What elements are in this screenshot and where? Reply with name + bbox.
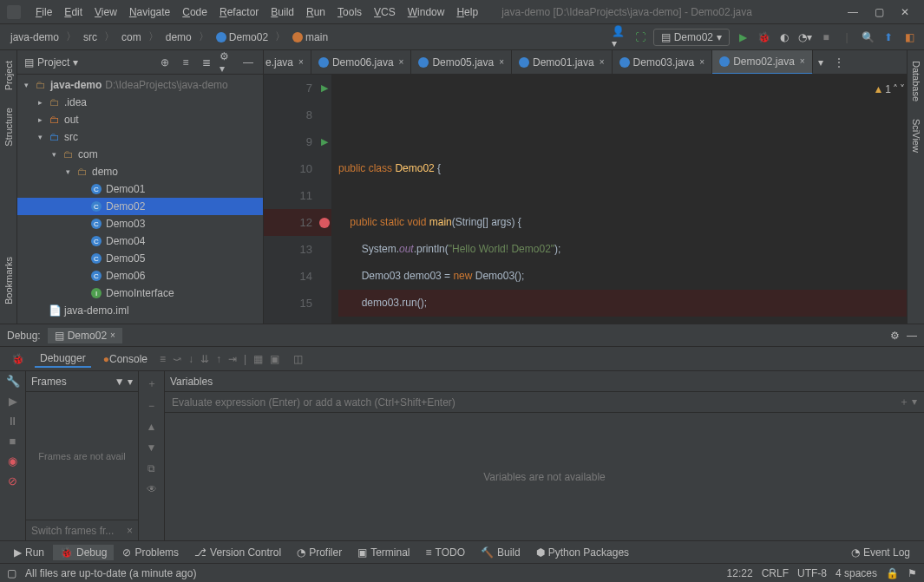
tree-row[interactable]: IDemoInterface: [17, 284, 263, 302]
status-encoding[interactable]: UTF-8: [797, 567, 827, 579]
editor-tab[interactable]: Demo06.java×: [311, 50, 412, 75]
gutter-line[interactable]: 11: [264, 182, 331, 209]
menu-navigate[interactable]: Navigate: [123, 6, 176, 18]
gutter-line[interactable]: 7▶: [264, 75, 331, 101]
tree-row[interactable]: ▸🗀.idea: [17, 94, 263, 111]
tree-row[interactable]: CDemo02: [17, 198, 263, 215]
add-watch-icon[interactable]: ＋: [147, 376, 157, 391]
run-gutter-icon[interactable]: ▶: [321, 82, 328, 94]
chevron-down-icon[interactable]: ▾: [73, 56, 78, 69]
update-icon[interactable]: ⬆: [881, 29, 896, 45]
status-eol[interactable]: CRLF: [762, 567, 789, 579]
hide-panel-icon[interactable]: —: [240, 55, 256, 70]
breadcrumb-class[interactable]: Demo02: [213, 29, 272, 45]
trace-icon[interactable]: ▣: [270, 353, 279, 365]
bottom-tab-terminal[interactable]: ▣Terminal: [351, 545, 416, 560]
project-tree[interactable]: ▾🗀java-demoD:\IdeaProjects\java-demo▸🗀.i…: [17, 75, 263, 324]
status-notify-bell-icon[interactable]: ⚑: [908, 567, 917, 579]
tabs-more-icon[interactable]: ⋮: [829, 56, 849, 69]
menu-file[interactable]: File: [29, 6, 58, 18]
down-icon[interactable]: ▼: [147, 441, 157, 454]
code-line[interactable]: public class Demo02 {: [338, 155, 907, 182]
bottom-tab-version-control[interactable]: ⎇Version Control: [187, 545, 288, 560]
editor-tab[interactable]: Demo05.java×: [411, 50, 512, 75]
view-breakpoints-icon[interactable]: ◉: [8, 454, 17, 468]
bottom-tab-build[interactable]: 🔨Build: [474, 545, 528, 560]
code-line[interactable]: Demo03 demo03 = new Demo03();: [338, 263, 907, 290]
step-into-icon[interactable]: ↓: [188, 353, 193, 365]
evaluate-icon[interactable]: ▦: [253, 353, 263, 365]
bottom-tab-problems[interactable]: ⊘Problems: [115, 545, 186, 560]
menu-vcs[interactable]: VCS: [368, 6, 402, 18]
editor-tab[interactable]: e.java×: [264, 50, 311, 75]
maximize-button[interactable]: ▢: [867, 3, 891, 21]
tool-tab-database[interactable]: Database: [909, 57, 923, 105]
gutter-line[interactable]: 10: [264, 155, 331, 182]
code-line[interactable]: System.out.println("Hello World! Demo02"…: [338, 236, 907, 263]
frames-hint[interactable]: Switch frames fr... ×: [26, 520, 138, 540]
rerun-icon[interactable]: 🐞: [7, 353, 28, 365]
editor-tab[interactable]: Demo01.java×: [512, 50, 613, 75]
debug-session-tab[interactable]: ▤ Demo02 ×: [48, 328, 122, 343]
close-tab-icon[interactable]: ×: [399, 57, 404, 67]
gutter-line[interactable]: 14: [264, 263, 331, 290]
collapse-all-icon[interactable]: ≣: [199, 55, 214, 70]
tree-row[interactable]: ▾🗀com: [17, 146, 263, 163]
code-line[interactable]: [338, 182, 907, 209]
bottom-tab-profiler[interactable]: ◔Profiler: [290, 545, 349, 560]
tree-row[interactable]: CDemo05: [17, 250, 263, 267]
breadcrumb-method[interactable]: main: [289, 29, 331, 45]
evaluate-input[interactable]: Evaluate expression (Enter) or add a wat…: [165, 392, 924, 413]
copy-icon[interactable]: ⧉: [147, 462, 155, 474]
menu-run[interactable]: Run: [300, 6, 331, 18]
breakpoint-icon[interactable]: [319, 218, 330, 228]
gutter-line[interactable]: 8: [264, 101, 331, 128]
bottom-tab-python-packages[interactable]: ⬢Python Packages: [529, 545, 636, 560]
show-watches-icon[interactable]: 👁: [147, 483, 157, 495]
up-icon[interactable]: ▲: [147, 421, 157, 433]
close-icon[interactable]: ×: [110, 330, 115, 340]
gutter-line[interactable]: 15: [264, 290, 331, 317]
run-gutter-icon[interactable]: ▶: [321, 136, 328, 147]
close-tab-icon[interactable]: ×: [499, 57, 504, 67]
tree-row[interactable]: ▸🗀out: [17, 111, 263, 128]
menu-edit[interactable]: Edit: [58, 6, 88, 18]
tree-row[interactable]: CDemo04: [17, 232, 263, 250]
code-line[interactable]: demo03.run();: [338, 290, 907, 317]
stop-icon[interactable]: ■: [10, 435, 16, 448]
tool-tab-project[interactable]: Project: [2, 57, 16, 94]
debug-button[interactable]: 🐞: [756, 29, 771, 45]
tree-row[interactable]: CDemo03: [17, 215, 263, 232]
gutter-line[interactable]: 9▶: [264, 128, 331, 155]
remove-watch-icon[interactable]: −: [148, 400, 154, 412]
tabs-dropdown-icon[interactable]: ▾: [813, 56, 829, 69]
user-icon[interactable]: 👤▾: [612, 29, 627, 45]
close-tab-icon[interactable]: ×: [298, 57, 304, 67]
chevron-down-icon[interactable]: ▾: [128, 376, 133, 388]
bottom-tab-run[interactable]: ▶Run: [7, 545, 51, 560]
code-line[interactable]: for (int i = 0; i < 3; i++) {: [338, 317, 907, 324]
run-to-cursor-icon[interactable]: ⇥: [228, 353, 237, 365]
gutter-line[interactable]: 13: [264, 236, 331, 263]
force-step-into-icon[interactable]: ⇊: [200, 353, 209, 365]
menu-refactor[interactable]: Refactor: [213, 6, 265, 18]
select-opened-file-icon[interactable]: ⊕: [157, 55, 173, 70]
run-config-selector[interactable]: ▤ Demo02 ▾: [653, 29, 730, 46]
ide-settings-icon[interactable]: ◧: [901, 29, 917, 45]
editor-gutter[interactable]: 7▶89▶101112131415: [264, 75, 331, 324]
tool-tab-sciview[interactable]: SciView: [909, 115, 923, 156]
bottom-tab-event-log[interactable]: ◔Event Log: [844, 545, 917, 560]
tree-row[interactable]: ▾🗀src: [17, 128, 263, 146]
gutter-line[interactable]: 12: [264, 209, 331, 236]
menu-help[interactable]: Help: [450, 6, 484, 18]
breadcrumb-demo[interactable]: demo: [162, 29, 195, 45]
tree-row[interactable]: 📄java-demo.iml: [17, 302, 263, 319]
profile-button[interactable]: ◔▾: [797, 29, 813, 45]
search-everywhere-icon[interactable]: 🔍: [860, 29, 875, 45]
tree-row[interactable]: CDemo06: [17, 267, 263, 284]
close-tab-icon[interactable]: ×: [600, 57, 605, 67]
tab-console[interactable]: ●Console: [98, 351, 153, 367]
tree-row[interactable]: ▾🗀demo: [17, 163, 263, 180]
bottom-tab-debug[interactable]: 🐞Debug: [53, 545, 114, 560]
tab-debugger[interactable]: Debugger: [35, 350, 91, 368]
